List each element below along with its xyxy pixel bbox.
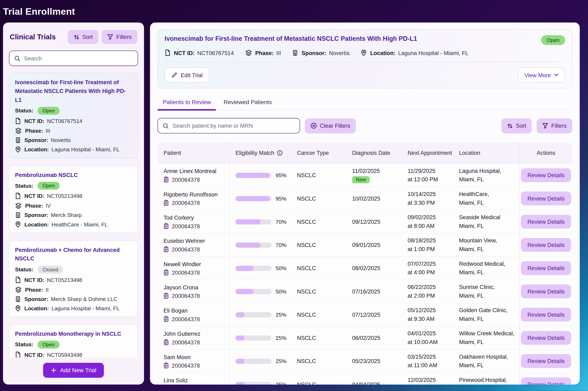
layers-icon	[15, 286, 22, 293]
review-details-button[interactable]: Review Details	[521, 377, 571, 384]
patient-mrn: 200064378	[172, 269, 200, 276]
chevron-down-icon	[554, 74, 558, 76]
tab-reviewed-patients[interactable]: Reviewed Patients	[218, 97, 277, 110]
cancer-type: NSCLC	[291, 265, 346, 271]
trial-card-list: Ivonescimab for First-line Treatment of …	[9, 73, 138, 358]
location: Pinewood Hospital,Miami, FL	[453, 376, 519, 385]
table-row: Newell Windler 200064378 50% NSCLC 08/02…	[157, 257, 572, 280]
top-bar: Trial Enrollment	[0, 0, 588, 22]
location: Laguna Hospital,Miami, FL	[453, 167, 519, 184]
patients-sort-button[interactable]: Sort	[501, 118, 532, 133]
patient-tabs: Patients to Review Reviewed Patients	[157, 97, 572, 110]
x-circle-icon	[311, 122, 317, 129]
location: Seaside MedicalMiami, FL	[453, 213, 519, 230]
add-new-trial-button[interactable]: Add New Trial	[43, 363, 104, 378]
sidebar-sort-button[interactable]: Sort	[68, 30, 98, 44]
trial-card-pembro-monotherapy[interactable]: Pembrolizumab Monotherapy in NSCLC Statu…	[9, 324, 138, 358]
patient-name: John Gutierrez	[163, 330, 229, 337]
patient-search-input[interactable]	[173, 122, 295, 129]
layers-icon	[15, 127, 22, 134]
patient-name: Eli Bogan	[163, 307, 229, 314]
edit-trial-button[interactable]: Edit Trial	[165, 68, 209, 82]
clipboard-icon	[163, 339, 169, 345]
clipboard-icon	[163, 293, 169, 299]
cancer-type: NSCLC	[291, 242, 346, 248]
location: Willow Creek Medical,Miami, FL	[453, 329, 519, 346]
next-appointment: 08/18/2025at 1:00 PM	[402, 236, 453, 253]
divider	[165, 62, 565, 62]
clipboard-icon	[163, 177, 169, 183]
new-badge: New	[352, 176, 370, 183]
col-cancer-type: Cancer Type	[291, 149, 346, 157]
clear-filters-button[interactable]: Clear Filters	[305, 118, 356, 133]
location: Golden Gate Clinic,Miami, FL	[453, 306, 519, 323]
building-icon	[15, 212, 21, 218]
review-details-button[interactable]: Review Details	[521, 168, 571, 182]
table-row: Eli Bogan 200064378 25% NSCLC 07/12/2025…	[157, 303, 572, 326]
trial-enrollment-app: Trial Enrollment Clinical Trials Sort Fi…	[0, 0, 588, 391]
trial-card-pembrolizumab-nsclc[interactable]: Pembrolizumab NSCLC Status: Open NCT ID:…	[9, 165, 138, 233]
view-more-button[interactable]: View More	[518, 68, 565, 82]
next-appointment: 11/29/2025at 12:00 PM	[402, 167, 453, 184]
eligibility-bar	[235, 242, 271, 248]
eligibility-bar	[235, 335, 271, 340]
patient-name: Sam Moon	[163, 354, 229, 360]
review-details-button[interactable]: Review Details	[521, 261, 571, 275]
sidebar-filters-button[interactable]: Filters	[102, 30, 137, 44]
patient-mrn: 200064378	[172, 339, 200, 345]
col-eligibility-match: Eligibility Match	[230, 149, 291, 157]
patient-name: Newell Windler	[163, 261, 229, 267]
layers-icon	[245, 49, 252, 56]
review-details-button[interactable]: Review Details	[521, 238, 571, 252]
location: Mountain View,Miami, FL	[453, 236, 519, 253]
trial-search-input[interactable]	[24, 55, 133, 62]
review-details-button[interactable]: Review Details	[521, 215, 571, 228]
trial-status-badge: Open	[541, 35, 565, 45]
patient-name: Rigoberto Runolfsson	[163, 191, 229, 197]
trial-search	[9, 51, 138, 66]
file-icon	[15, 117, 21, 124]
map-pin-icon	[361, 49, 367, 56]
eligibility-bar	[235, 219, 271, 224]
next-appointment: 03/15/2025at 11:00 AM	[402, 353, 453, 370]
table-row: Annie Linex Montreal 200064378 95% NSCLC…	[157, 164, 572, 187]
eligibility-percent: 25%	[276, 381, 287, 384]
patient-mrn: 200064378	[172, 362, 200, 369]
review-details-button[interactable]: Review Details	[521, 308, 571, 322]
trial-card-pembro-chemo[interactable]: Pembrolizumab + Chemo for Advanced NSCLC…	[9, 240, 138, 317]
filter-icon	[107, 34, 113, 40]
diagnosis-date: 04/04/2025	[346, 381, 402, 384]
eligibility-bar	[235, 196, 271, 201]
info-icon[interactable]	[277, 150, 283, 156]
table-row: Lina Soliz 200064378 25% NSCLC 04/04/202…	[157, 373, 572, 385]
trial-card-ivonescimab[interactable]: Ivonescimab for First-line Treatment of …	[9, 73, 138, 158]
eligibility-bar	[235, 382, 271, 385]
table-row: Tod Corkery 200064378 70% NSCLC 09/12/20…	[157, 210, 572, 233]
main-panel: Ivonescimab for First-line Treatment of …	[150, 22, 580, 385]
clipboard-icon	[163, 316, 169, 322]
diagnosis-date: 09/01/2025	[346, 242, 402, 248]
eligibility-percent: 50%	[276, 265, 287, 271]
eligibility-percent: 95%	[276, 196, 287, 201]
next-appointment: 07/07/2025at 4:00 PM	[402, 260, 453, 277]
tab-patients-to-review[interactable]: Patients to Review	[157, 97, 216, 110]
review-details-button[interactable]: Review Details	[521, 192, 571, 205]
plus-icon	[51, 367, 57, 373]
building-icon	[292, 50, 298, 56]
patient-mrn: 200064378	[172, 199, 200, 206]
eligibility-percent: 50%	[276, 288, 287, 294]
search-icon	[163, 123, 169, 129]
pencil-icon	[171, 72, 177, 78]
review-details-button[interactable]: Review Details	[521, 331, 571, 345]
file-icon	[165, 49, 171, 56]
review-details-button[interactable]: Review Details	[521, 354, 571, 368]
patients-filters-button[interactable]: Filters	[537, 118, 572, 133]
cancer-type: NSCLC	[291, 358, 346, 364]
eligibility-percent: 70%	[276, 242, 287, 248]
clipboard-icon	[163, 223, 169, 229]
map-pin-icon	[15, 221, 21, 228]
review-details-button[interactable]: Review Details	[521, 285, 571, 298]
filter-icon	[542, 123, 548, 128]
table-header-row: Patient Eligibility Match Cancer Type Di…	[157, 142, 572, 164]
file-icon	[15, 276, 21, 283]
